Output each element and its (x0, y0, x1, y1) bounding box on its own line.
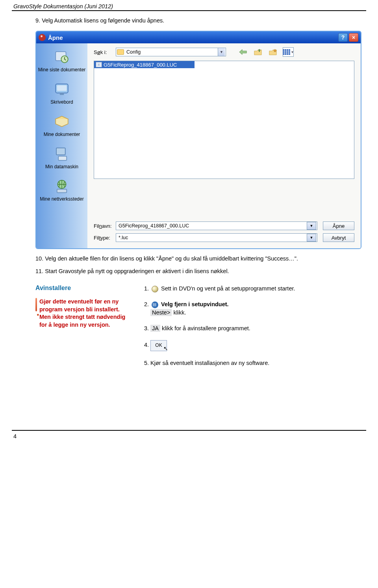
step1-text-a: Sett in DVD'n og (161, 285, 205, 292)
folder-icon (117, 49, 124, 55)
ok-button-image: OK (150, 340, 167, 351)
desktop-icon (54, 81, 70, 98)
grid-icon (283, 49, 290, 55)
help-button[interactable]: ? (338, 33, 348, 42)
folder-up-icon (254, 48, 262, 56)
filetype-label: Filtype: (94, 235, 116, 241)
step2-label: Velg fjern i setupvinduet. (161, 301, 229, 307)
folder-new-icon (269, 48, 277, 56)
svg-rect-4 (60, 93, 64, 95)
exclamation-icon (35, 298, 37, 311)
filename-value: G5FicReprog_418867_000.LUC (117, 223, 307, 229)
warning-text: Gjør dette eventuelt før en ny program v… (39, 298, 130, 329)
uninstall-heading: Avinstallere (35, 285, 130, 292)
sidebar-desktop[interactable]: Skrivebord (38, 81, 86, 105)
svg-rect-5 (56, 148, 65, 155)
warning-block: Gjør dette eventuelt før en ny program v… (35, 298, 130, 329)
sidebar-network[interactable]: Mine nettverkssteder (38, 178, 86, 202)
file-item-name: G5FicReprog_418867_000.LUC (104, 62, 177, 68)
file-icon: ≡ (96, 62, 102, 67)
svg-rect-8 (57, 189, 67, 193)
uninstall-steps-list: Sett in DVD'n og vent på at setupprogram… (142, 285, 350, 367)
cancel-button[interactable]: Avbryt (323, 233, 354, 242)
sidebar-label: Mine nettverkssteder (40, 196, 83, 202)
up-one-level-button[interactable] (253, 47, 263, 57)
view-mode-button[interactable]: ▼ (283, 47, 294, 57)
sidebar-recent-docs[interactable]: Mine siste dokumenter (38, 49, 86, 73)
yes-button-label: JA (150, 325, 160, 332)
filetype-combo[interactable]: *.luc ▼ (116, 233, 317, 242)
my-docs-icon (54, 114, 70, 130)
chevron-down-icon[interactable]: ▼ (307, 234, 316, 242)
look-in-combo[interactable]: Config ▼ (116, 48, 226, 56)
dialog-title: Åpne (48, 34, 63, 41)
places-sidebar: Mine siste dokumenter Skrivebord Mine do… (36, 43, 87, 248)
sidebar-my-docs[interactable]: Mine dokumenter (38, 114, 86, 137)
new-folder-button[interactable] (268, 47, 278, 57)
computer-icon (54, 146, 70, 162)
step3-rest: klikk for å avinstallere programmet. (162, 325, 250, 331)
look-in-value: Config (126, 49, 218, 55)
open-button[interactable]: Åpne (323, 221, 354, 230)
arrow-left-icon (239, 48, 247, 56)
uninstall-step-3: JA klikk for å avinstallere programmet. (150, 324, 350, 332)
step9-num: 9. (35, 17, 40, 24)
chevron-down-icon[interactable]: ▼ (218, 48, 225, 56)
dialog-nav-icons: ▼ (238, 47, 294, 57)
step-line-9: 9. Velg Automatisk lisens og følgende vi… (12, 16, 366, 31)
setup-icon (152, 301, 158, 308)
uninstall-step-4: OK (150, 340, 350, 351)
search-label: Søk i: (94, 49, 116, 55)
recent-docs-icon (54, 49, 70, 65)
page-number: 4 (12, 430, 366, 444)
open-file-dialog[interactable]: Åpne ? × Mine siste dokumenter Skrivebor… (35, 31, 361, 249)
dialog-titlebar[interactable]: Åpne ? × (36, 32, 361, 43)
filename-label: Filnavn: (94, 223, 116, 229)
sidebar-label: Mine dokumenter (44, 132, 80, 137)
next-button-label: Neste> (150, 309, 172, 316)
uninstall-step-2: Velg fjern i setupvinduet. Neste> klikk. (150, 300, 350, 316)
filename-input[interactable]: G5FicReprog_418867_000.LUC ▼ (116, 221, 317, 230)
uninstall-step-5: Kjør så eventuelt installasjonen av ny s… (150, 359, 350, 367)
app-icon (39, 34, 46, 41)
dvd-icon (152, 286, 158, 292)
step-line-10: 10. Velg den aktuelle filen for din lise… (35, 255, 350, 262)
filetype-value: *.luc (117, 235, 307, 240)
network-icon (54, 178, 70, 195)
close-button[interactable]: × (349, 33, 358, 42)
dialog-main-pane: Søk i: Config ▼ (87, 43, 361, 248)
svg-rect-3 (57, 86, 67, 91)
sidebar-label: Skrivebord (50, 99, 73, 105)
chevron-down-icon: ▼ (291, 50, 294, 54)
page-header: GravoStyle Dokumentasjon (Juni 2012) (12, 0, 366, 11)
sidebar-my-computer[interactable]: Min datamaskin (38, 146, 86, 169)
svg-rect-6 (58, 156, 67, 160)
file-list[interactable]: ≡ G5FicReprog_418867_000.LUC (94, 61, 354, 179)
uninstall-step-1: Sett in DVD'n og vent på at setupprogram… (150, 285, 350, 292)
sidebar-label: Mine siste dokumenter (38, 67, 86, 73)
chevron-down-icon[interactable]: ▼ (307, 222, 316, 230)
file-list-item[interactable]: ≡ G5FicReprog_418867_000.LUC (94, 61, 195, 68)
step2-rest: klikk. (173, 309, 186, 316)
step1-text-b: vent på at setupprogrammet starter. (205, 285, 295, 292)
back-button[interactable] (238, 47, 248, 57)
step9-text: Velg Automatisk lisens og følgende vindu… (42, 17, 164, 24)
step-line-11: 11. Start Gravostyle på nytt og oppgrade… (35, 268, 350, 274)
sidebar-label: Min datamaskin (45, 164, 78, 169)
